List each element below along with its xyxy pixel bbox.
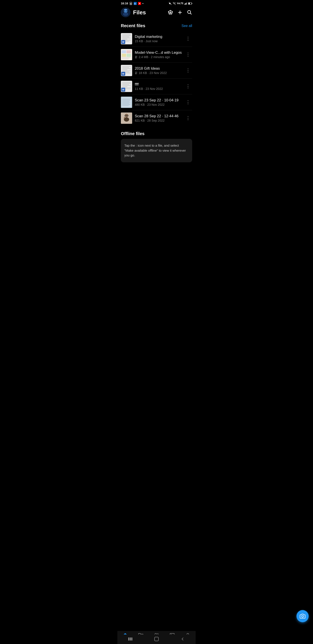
file-name: Model-View-C...d with Legos <box>135 50 184 55</box>
diamond-icon[interactable] <box>168 10 173 15</box>
svg-rect-9 <box>186 2 187 4</box>
battery-icon <box>188 2 192 5</box>
file-meta: 480 KB · 23 Nov 2022 <box>135 103 184 106</box>
file-name: Digital marketing <box>135 34 184 39</box>
file-meta: 18 KB · 23 Nov 2022 <box>135 71 184 75</box>
file-more-button[interactable]: ⋮ <box>184 114 192 122</box>
svg-point-36 <box>135 72 136 73</box>
file-item[interactable]: W Digital marketing 15 KB · Just now ⋮ <box>121 31 192 47</box>
svg-rect-1 <box>130 3 131 4</box>
recent-files-section: Recent files See all W <box>117 20 196 128</box>
file-more-button[interactable]: ⋮ <box>184 98 192 106</box>
file-info: Scan 23 Sep 22 · 10·04·19 480 KB · 23 No… <box>135 98 184 106</box>
file-item[interactable]: W 2018 Gift Ideas 18 KB · 23 Nov 2022 ⋮ <box>121 63 192 78</box>
svg-point-15 <box>123 12 128 16</box>
file-info: Scan 28 Sep 22 · 12·44·46 821 KB · 28 Se… <box>135 114 184 122</box>
file-thumbnail: W <box>121 33 132 44</box>
file-info: ffff 11 KB · 23 Nov 2022 <box>135 82 184 90</box>
file-name: ffff <box>135 82 184 86</box>
svg-point-25 <box>188 10 191 14</box>
offline-files-section: Offline files Tap the : icon next to a f… <box>117 128 196 164</box>
svg-rect-7 <box>185 4 185 4</box>
linkedin-icon: in <box>134 2 137 5</box>
status-bar: 16:16 in • VoLTE <box>117 0 196 6</box>
scan-person-preview <box>121 112 132 124</box>
offline-files-title: Offline files <box>121 131 192 136</box>
file-list: W Digital marketing 15 KB · Just now ⋮ <box>121 31 192 126</box>
wifi-icon <box>173 2 176 5</box>
file-name: Scan 23 Sep 22 · 10·04·19 <box>135 98 184 102</box>
file-size-time: 480 KB · 23 Nov 2022 <box>135 103 165 106</box>
file-size: 15 KB · Just now <box>135 40 158 43</box>
file-item[interactable]: W ffff 11 KB · 23 Nov 2022 ⋮ <box>121 78 192 94</box>
file-thumbnail: W <box>121 81 132 92</box>
search-icon[interactable] <box>187 10 192 15</box>
mute-icon <box>169 2 172 5</box>
file-more-button[interactable]: ⋮ <box>184 51 192 58</box>
svg-text:in: in <box>134 2 136 4</box>
file-more-button[interactable]: ⋮ <box>184 67 192 74</box>
svg-line-26 <box>190 13 192 14</box>
file-item[interactable]: Scan 23 Sep 22 · 10·04·19 480 KB · 23 No… <box>121 94 192 110</box>
file-size-time: 2.4 MB · 2 minutes ago <box>139 55 170 59</box>
recent-files-header: Recent files See all <box>121 23 192 28</box>
svg-rect-28 <box>122 50 126 53</box>
svg-point-17 <box>124 10 125 11</box>
svg-rect-30 <box>122 54 126 57</box>
svg-point-35 <box>135 56 136 57</box>
avatar-image <box>121 8 130 17</box>
see-all-button[interactable]: See all <box>182 24 192 28</box>
file-more-button[interactable]: ⋮ <box>184 35 192 42</box>
svg-point-53 <box>124 117 129 122</box>
word-icon: W <box>121 88 125 92</box>
file-name: Scan 28 Sep 22 · 12·44·46 <box>135 114 184 118</box>
file-meta: 11 KB · 23 Nov 2022 <box>135 87 184 90</box>
svg-rect-29 <box>126 50 131 53</box>
file-item[interactable]: Scan 28 Sep 22 · 12·44·46 821 KB · 28 Se… <box>121 110 192 126</box>
file-thumbnail <box>121 96 132 108</box>
file-size-time: 18 KB · 23 Nov 2022 <box>139 71 167 75</box>
file-info: Model-View-C...d with Legos 2.4 MB · 2 m… <box>135 50 184 59</box>
svg-rect-13 <box>188 2 190 4</box>
file-info: 2018 Gift Ideas 18 KB · 23 Nov 2022 <box>135 66 184 75</box>
sim-icon <box>129 2 132 5</box>
shared-icon <box>135 56 138 58</box>
svg-point-18 <box>126 10 127 11</box>
svg-rect-12 <box>192 3 192 4</box>
status-icons: VoLTE <box>169 2 192 5</box>
offline-card: Tap the : icon next to a file, and selec… <box>121 139 192 162</box>
file-meta: 821 KB · 28 Sep 2022 <box>135 119 184 122</box>
file-meta: 2.4 MB · 2 minutes ago <box>135 55 184 59</box>
svg-rect-8 <box>185 3 186 4</box>
file-size-time: 11 KB · 23 Nov 2022 <box>135 87 163 90</box>
file-item[interactable]: Model-View-C...d with Legos 2.4 MB · 2 m… <box>121 47 192 63</box>
signal-icon <box>184 2 187 5</box>
dot-indicator: • <box>142 2 143 5</box>
svg-rect-31 <box>126 54 131 57</box>
youtube-icon <box>138 2 141 5</box>
shared-icon <box>135 71 138 74</box>
file-more-button[interactable]: ⋮ <box>184 83 192 90</box>
page-title: Files <box>133 9 165 16</box>
status-time: 16:16 in • <box>121 2 143 5</box>
app-header: Files <box>117 6 196 20</box>
file-info: Digital marketing 15 KB · Just now <box>135 34 184 43</box>
word-icon: W <box>121 40 125 44</box>
scan-preview <box>121 96 132 108</box>
word-icon: W <box>121 72 125 76</box>
avatar[interactable] <box>121 8 130 17</box>
file-meta: 15 KB · Just now <box>135 40 184 43</box>
file-size-time: 821 KB · 28 Sep 2022 <box>135 119 165 122</box>
file-thumbnail <box>121 112 132 124</box>
offline-description: Tap the : icon next to a file, and selec… <box>124 144 186 157</box>
file-thumbnail: W <box>121 65 132 76</box>
presentation-preview <box>121 49 132 60</box>
lte-label: VoLTE <box>177 2 183 4</box>
header-actions <box>168 10 192 15</box>
file-thumbnail <box>121 49 132 60</box>
file-name: 2018 Gift Ideas <box>135 66 184 71</box>
time-display: 16:16 <box>121 2 128 5</box>
recent-files-title: Recent files <box>121 23 145 28</box>
svg-rect-10 <box>187 2 187 4</box>
add-icon[interactable] <box>177 10 183 15</box>
